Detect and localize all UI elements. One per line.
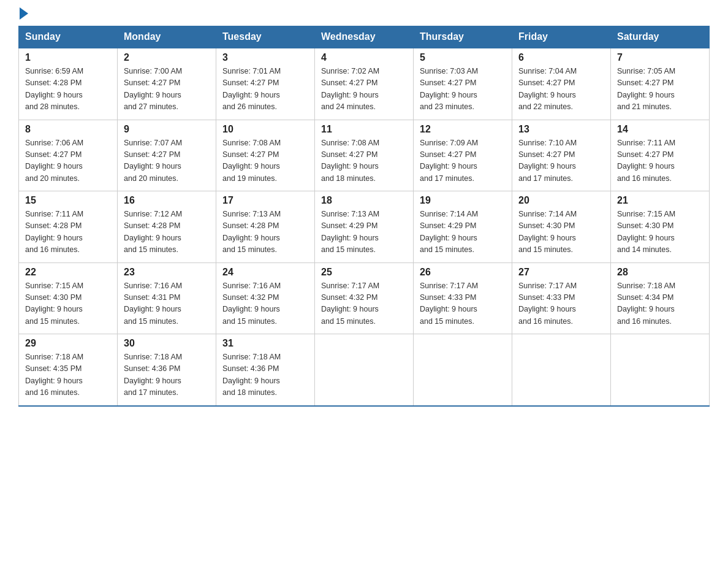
day-info: Sunrise: 7:18 AMSunset: 4:34 PMDaylight:… xyxy=(617,280,703,328)
calendar-cell: 14Sunrise: 7:11 AMSunset: 4:27 PMDayligh… xyxy=(611,120,710,191)
calendar-cell: 18Sunrise: 7:13 AMSunset: 4:29 PMDayligh… xyxy=(315,191,414,263)
calendar-cell: 24Sunrise: 7:16 AMSunset: 4:32 PMDayligh… xyxy=(216,262,315,334)
calendar-week-row: 8Sunrise: 7:06 AMSunset: 4:27 PMDaylight… xyxy=(19,120,710,191)
calendar-cell: 7Sunrise: 7:05 AMSunset: 4:27 PMDaylight… xyxy=(611,48,710,120)
calendar-cell: 3Sunrise: 7:01 AMSunset: 4:27 PMDaylight… xyxy=(216,48,315,120)
day-info: Sunrise: 7:17 AMSunset: 4:33 PMDaylight:… xyxy=(518,280,604,328)
day-info: Sunrise: 7:10 AMSunset: 4:27 PMDaylight:… xyxy=(518,137,604,185)
calendar-cell: 6Sunrise: 7:04 AMSunset: 4:27 PMDaylight… xyxy=(512,48,611,120)
day-number: 23 xyxy=(124,267,210,278)
day-number: 2 xyxy=(124,52,210,63)
day-number: 20 xyxy=(518,195,604,206)
calendar-header-sunday: Sunday xyxy=(19,26,118,48)
logo xyxy=(18,12,28,20)
day-info: Sunrise: 7:18 AMSunset: 4:36 PMDaylight:… xyxy=(124,351,210,399)
day-number: 17 xyxy=(222,195,308,206)
calendar-cell: 28Sunrise: 7:18 AMSunset: 4:34 PMDayligh… xyxy=(611,262,710,334)
calendar-header-wednesday: Wednesday xyxy=(315,26,414,48)
calendar-cell: 22Sunrise: 7:15 AMSunset: 4:30 PMDayligh… xyxy=(19,262,118,334)
calendar-cell: 8Sunrise: 7:06 AMSunset: 4:27 PMDaylight… xyxy=(19,120,118,191)
calendar-cell: 25Sunrise: 7:17 AMSunset: 4:32 PMDayligh… xyxy=(315,262,414,334)
calendar-week-row: 1Sunrise: 6:59 AMSunset: 4:28 PMDaylight… xyxy=(19,48,710,120)
calendar-cell: 21Sunrise: 7:15 AMSunset: 4:30 PMDayligh… xyxy=(611,191,710,263)
day-info: Sunrise: 7:17 AMSunset: 4:32 PMDaylight:… xyxy=(321,280,407,328)
calendar-cell: 13Sunrise: 7:10 AMSunset: 4:27 PMDayligh… xyxy=(512,120,611,191)
day-info: Sunrise: 7:12 AMSunset: 4:28 PMDaylight:… xyxy=(124,209,210,256)
day-info: Sunrise: 7:15 AMSunset: 4:30 PMDaylight:… xyxy=(25,280,111,328)
day-number: 18 xyxy=(321,195,407,206)
day-info: Sunrise: 7:09 AMSunset: 4:27 PMDaylight:… xyxy=(420,137,506,185)
day-number: 15 xyxy=(25,195,111,206)
calendar-cell: 5Sunrise: 7:03 AMSunset: 4:27 PMDaylight… xyxy=(414,48,512,120)
day-info: Sunrise: 7:07 AMSunset: 4:27 PMDaylight:… xyxy=(124,137,210,185)
calendar-cell: 2Sunrise: 7:00 AMSunset: 4:27 PMDaylight… xyxy=(118,48,216,120)
day-info: Sunrise: 7:16 AMSunset: 4:32 PMDaylight:… xyxy=(222,280,308,328)
day-info: Sunrise: 7:05 AMSunset: 4:27 PMDaylight:… xyxy=(617,66,703,113)
page-header xyxy=(18,12,710,20)
day-number: 31 xyxy=(222,338,308,349)
day-number: 22 xyxy=(25,267,111,278)
calendar-cell: 11Sunrise: 7:08 AMSunset: 4:27 PMDayligh… xyxy=(315,120,414,191)
day-info: Sunrise: 7:17 AMSunset: 4:33 PMDaylight:… xyxy=(420,280,506,328)
day-info: Sunrise: 7:11 AMSunset: 4:28 PMDaylight:… xyxy=(25,209,111,256)
day-number: 4 xyxy=(321,52,407,63)
calendar-header-tuesday: Tuesday xyxy=(216,26,315,48)
day-number: 19 xyxy=(420,195,506,206)
calendar-cell: 23Sunrise: 7:16 AMSunset: 4:31 PMDayligh… xyxy=(118,262,216,334)
day-info: Sunrise: 7:16 AMSunset: 4:31 PMDaylight:… xyxy=(124,280,210,328)
day-number: 5 xyxy=(420,52,506,63)
calendar-header-saturday: Saturday xyxy=(611,26,710,48)
calendar-cell: 19Sunrise: 7:14 AMSunset: 4:29 PMDayligh… xyxy=(414,191,512,263)
calendar-cell: 26Sunrise: 7:17 AMSunset: 4:33 PMDayligh… xyxy=(414,262,512,334)
calendar-week-row: 22Sunrise: 7:15 AMSunset: 4:30 PMDayligh… xyxy=(19,262,710,334)
day-number: 14 xyxy=(617,124,703,135)
day-number: 25 xyxy=(321,267,407,278)
day-number: 27 xyxy=(518,267,604,278)
calendar-cell: 12Sunrise: 7:09 AMSunset: 4:27 PMDayligh… xyxy=(414,120,512,191)
day-info: Sunrise: 6:59 AMSunset: 4:28 PMDaylight:… xyxy=(25,66,111,113)
day-info: Sunrise: 7:18 AMSunset: 4:35 PMDaylight:… xyxy=(25,351,111,399)
day-info: Sunrise: 7:14 AMSunset: 4:30 PMDaylight:… xyxy=(518,209,604,256)
calendar-week-row: 29Sunrise: 7:18 AMSunset: 4:35 PMDayligh… xyxy=(19,334,710,406)
day-number: 28 xyxy=(617,267,703,278)
logo-arrow-icon xyxy=(20,7,28,20)
calendar-cell: 16Sunrise: 7:12 AMSunset: 4:28 PMDayligh… xyxy=(118,191,216,263)
day-number: 13 xyxy=(518,124,604,135)
day-number: 26 xyxy=(420,267,506,278)
day-info: Sunrise: 7:06 AMSunset: 4:27 PMDaylight:… xyxy=(25,137,111,185)
day-number: 29 xyxy=(25,338,111,349)
day-number: 16 xyxy=(124,195,210,206)
calendar-cell: 1Sunrise: 6:59 AMSunset: 4:28 PMDaylight… xyxy=(19,48,118,120)
calendar-cell: 17Sunrise: 7:13 AMSunset: 4:28 PMDayligh… xyxy=(216,191,315,263)
day-info: Sunrise: 7:18 AMSunset: 4:36 PMDaylight:… xyxy=(222,351,308,399)
day-number: 11 xyxy=(321,124,407,135)
day-info: Sunrise: 7:02 AMSunset: 4:27 PMDaylight:… xyxy=(321,66,407,113)
calendar-cell xyxy=(414,334,512,406)
day-info: Sunrise: 7:14 AMSunset: 4:29 PMDaylight:… xyxy=(420,209,506,256)
calendar-cell: 30Sunrise: 7:18 AMSunset: 4:36 PMDayligh… xyxy=(118,334,216,406)
day-number: 30 xyxy=(124,338,210,349)
calendar-header-monday: Monday xyxy=(118,26,216,48)
day-info: Sunrise: 7:13 AMSunset: 4:28 PMDaylight:… xyxy=(222,209,308,256)
calendar-week-row: 15Sunrise: 7:11 AMSunset: 4:28 PMDayligh… xyxy=(19,191,710,263)
day-info: Sunrise: 7:08 AMSunset: 4:27 PMDaylight:… xyxy=(222,137,308,185)
day-number: 21 xyxy=(617,195,703,206)
day-info: Sunrise: 7:00 AMSunset: 4:27 PMDaylight:… xyxy=(124,66,210,113)
calendar-cell: 9Sunrise: 7:07 AMSunset: 4:27 PMDaylight… xyxy=(118,120,216,191)
calendar-cell: 10Sunrise: 7:08 AMSunset: 4:27 PMDayligh… xyxy=(216,120,315,191)
day-info: Sunrise: 7:04 AMSunset: 4:27 PMDaylight:… xyxy=(518,66,604,113)
calendar-header-friday: Friday xyxy=(512,26,611,48)
calendar-cell xyxy=(611,334,710,406)
day-number: 8 xyxy=(25,124,111,135)
day-info: Sunrise: 7:01 AMSunset: 4:27 PMDaylight:… xyxy=(222,66,308,113)
calendar-cell: 15Sunrise: 7:11 AMSunset: 4:28 PMDayligh… xyxy=(19,191,118,263)
day-info: Sunrise: 7:08 AMSunset: 4:27 PMDaylight:… xyxy=(321,137,407,185)
calendar-cell xyxy=(512,334,611,406)
calendar-cell: 29Sunrise: 7:18 AMSunset: 4:35 PMDayligh… xyxy=(19,334,118,406)
day-number: 7 xyxy=(617,52,703,63)
day-number: 9 xyxy=(124,124,210,135)
calendar-header-thursday: Thursday xyxy=(414,26,512,48)
calendar-cell: 4Sunrise: 7:02 AMSunset: 4:27 PMDaylight… xyxy=(315,48,414,120)
day-number: 10 xyxy=(222,124,308,135)
day-number: 12 xyxy=(420,124,506,135)
